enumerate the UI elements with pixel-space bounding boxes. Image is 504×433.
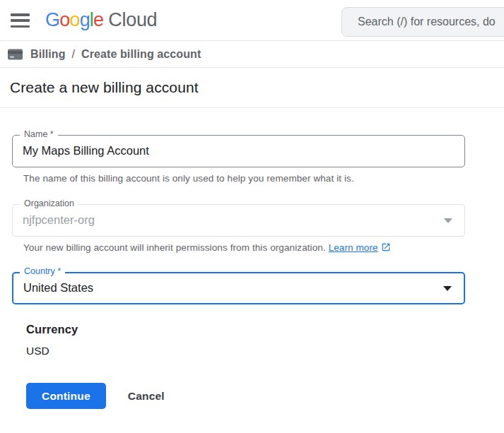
page-title: Create a new billing account bbox=[10, 79, 199, 96]
menu-bar bbox=[11, 25, 30, 28]
country-select[interactable]: Country * United States bbox=[12, 272, 465, 304]
form-actions: Continue Cancel bbox=[26, 383, 504, 409]
chevron-down-icon bbox=[443, 286, 452, 291]
chevron-down-icon bbox=[444, 218, 452, 223]
continue-button[interactable]: Continue bbox=[26, 383, 106, 409]
breadcrumb-separator: / bbox=[66, 48, 81, 61]
organization-field-label: Organization bbox=[20, 198, 78, 209]
search-input[interactable] bbox=[341, 7, 504, 37]
breadcrumb-current-page: Create billing account bbox=[81, 48, 201, 61]
name-field-label: Name * bbox=[20, 129, 58, 140]
logo-cloud-text: Cloud bbox=[108, 9, 157, 30]
learn-more-link[interactable]: Learn more bbox=[329, 242, 378, 253]
billing-card-icon bbox=[7, 48, 23, 61]
organization-value: njfpcenter-org bbox=[13, 205, 437, 235]
name-field[interactable]: Name * bbox=[12, 135, 465, 167]
name-input[interactable] bbox=[13, 136, 437, 166]
organization-helper-text: Your new billing account will inherit pe… bbox=[23, 242, 504, 253]
google-cloud-logo[interactable]: GoogleCloud bbox=[45, 8, 157, 32]
currency-label: Currency bbox=[26, 323, 504, 336]
external-link-icon bbox=[381, 242, 391, 252]
top-app-bar: GoogleCloud bbox=[0, 0, 504, 41]
menu-bar bbox=[11, 13, 30, 16]
page-header: Create a new billing account bbox=[0, 68, 504, 108]
currency-value: USD bbox=[26, 345, 504, 357]
organization-select: Organization njfpcenter-org bbox=[12, 204, 465, 237]
breadcrumb: Billing / Create billing account bbox=[0, 41, 504, 68]
menu-icon[interactable] bbox=[11, 13, 30, 28]
google-logo-wordmark: Google bbox=[45, 9, 103, 30]
name-helper-text: The name of this billing account is only… bbox=[23, 173, 504, 184]
country-field-label: Country * bbox=[20, 266, 65, 277]
breadcrumb-billing[interactable]: Billing bbox=[30, 48, 66, 61]
organization-helper-body: Your new billing account will inherit pe… bbox=[23, 242, 326, 253]
billing-account-form: Name * The name of this billing account … bbox=[0, 135, 504, 409]
menu-bar bbox=[11, 19, 30, 22]
country-value: United States bbox=[13, 273, 438, 302]
currency-section: Currency USD bbox=[26, 323, 504, 357]
cancel-button[interactable]: Cancel bbox=[128, 390, 165, 403]
